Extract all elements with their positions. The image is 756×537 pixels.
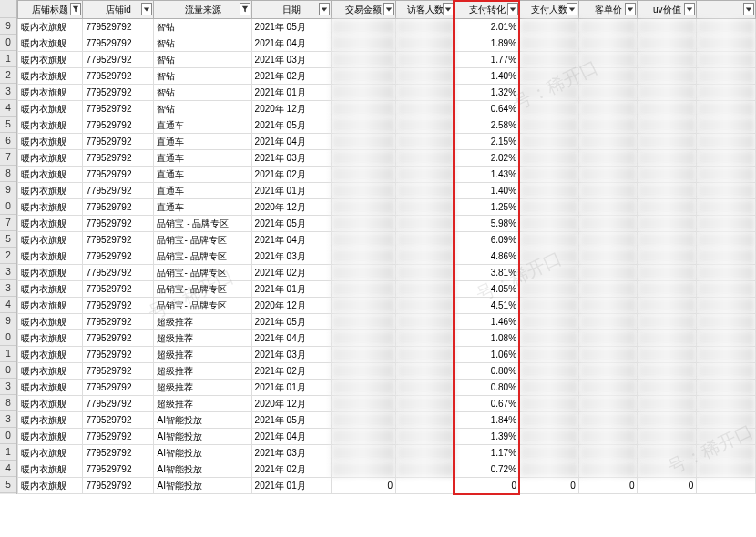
cell-extra[interactable]: ███	[697, 19, 756, 35]
cell-vis[interactable]: ███	[395, 52, 455, 68]
cell-amt[interactable]: ███	[331, 167, 395, 183]
cell-vis[interactable]: ███	[395, 429, 455, 445]
cell-date[interactable]: 2020年 12月	[251, 298, 331, 314]
cell-conv[interactable]: 0.80%	[455, 380, 519, 396]
column-header-date[interactable]: 日期	[251, 1, 331, 19]
cell-vis[interactable]: ███	[395, 35, 455, 52]
cell-date[interactable]: 2021年 02月	[251, 167, 331, 183]
cell-unit[interactable]: ███	[578, 248, 638, 265]
cell-pay[interactable]: ███	[520, 117, 579, 134]
cell-extra[interactable]: ███	[697, 396, 756, 412]
cell-amt[interactable]: ███	[331, 281, 395, 298]
cell-extra[interactable]: ███	[697, 248, 756, 265]
cell-uv[interactable]: ███	[638, 396, 697, 412]
cell-pay[interactable]: ███	[520, 52, 579, 68]
cell-date[interactable]: 2021年 03月	[251, 445, 331, 461]
cell-extra[interactable]: ███	[697, 216, 756, 232]
cell-id[interactable]: 779529792	[83, 19, 154, 35]
cell-id[interactable]: 779529792	[83, 298, 154, 314]
cell-extra[interactable]	[697, 478, 756, 494]
cell-id[interactable]: 779529792	[83, 216, 154, 232]
cell-conv[interactable]: 0.80%	[455, 363, 519, 380]
cell-vis[interactable]: ███	[395, 347, 455, 363]
cell-date[interactable]: 2021年 02月	[251, 363, 331, 380]
cell-extra[interactable]: ███	[697, 199, 756, 216]
cell-conv[interactable]: 1.08%	[455, 330, 519, 347]
cell-pay[interactable]: ███	[520, 101, 579, 117]
cell-src[interactable]: 超级推荐	[154, 314, 251, 330]
cell-uv[interactable]: ███	[638, 380, 697, 396]
cell-amt[interactable]: ███	[331, 412, 395, 429]
row-number[interactable]	[0, 0, 16, 18]
cell-extra[interactable]: ███	[697, 183, 756, 199]
cell-pay[interactable]: ███	[520, 347, 579, 363]
cell-id[interactable]: 779529792	[83, 117, 154, 134]
cell-shop[interactable]: 暖内衣旗舰	[18, 248, 83, 265]
cell-shop[interactable]: 暖内衣旗舰	[18, 35, 83, 52]
cell-shop[interactable]: 暖内衣旗舰	[18, 52, 83, 68]
cell-extra[interactable]: ███	[697, 85, 756, 101]
cell-date[interactable]: 2021年 04月	[251, 232, 331, 248]
cell-pay[interactable]: ███	[520, 281, 579, 298]
cell-conv[interactable]: 1.77%	[455, 52, 519, 68]
cell-uv[interactable]: ███	[638, 232, 697, 248]
cell-date[interactable]: 2021年 04月	[251, 429, 331, 445]
cell-conv[interactable]: 4.86%	[455, 248, 519, 265]
cell-pay[interactable]: ███	[520, 412, 579, 429]
cell-date[interactable]: 2021年 02月	[251, 461, 331, 478]
cell-vis[interactable]: ███	[395, 199, 455, 216]
cell-pay[interactable]: ███	[520, 396, 579, 412]
cell-pay[interactable]: ███	[520, 445, 579, 461]
cell-src[interactable]: 品销宝- 品牌专区	[154, 298, 251, 314]
cell-unit[interactable]: ███	[578, 183, 638, 199]
cell-vis[interactable]: ███	[395, 396, 455, 412]
cell-conv[interactable]: 2.02%	[455, 150, 519, 167]
row-number[interactable]: 7	[0, 149, 16, 166]
cell-conv[interactable]: 1.17%	[455, 445, 519, 461]
cell-id[interactable]: 779529792	[83, 347, 154, 363]
cell-id[interactable]: 779529792	[83, 461, 154, 478]
cell-shop[interactable]: 暖内衣旗舰	[18, 314, 83, 330]
cell-extra[interactable]: ███	[697, 281, 756, 298]
cell-id[interactable]: 779529792	[83, 363, 154, 380]
cell-extra[interactable]: ███	[697, 117, 756, 134]
cell-amt[interactable]: ███	[331, 199, 395, 216]
cell-src[interactable]: 超级推荐	[154, 380, 251, 396]
cell-date[interactable]: 2020年 12月	[251, 199, 331, 216]
cell-unit[interactable]: ███	[578, 68, 638, 85]
column-header-vis[interactable]: 访客人数	[395, 1, 455, 19]
row-number[interactable]: 7	[0, 215, 16, 231]
cell-unit[interactable]: ███	[578, 281, 638, 298]
row-number[interactable]: 5	[0, 231, 16, 248]
cell-pay[interactable]: ███	[520, 199, 579, 216]
cell-shop[interactable]: 暖内衣旗舰	[18, 150, 83, 167]
cell-conv[interactable]: 1.46%	[455, 314, 519, 330]
filter-active-icon[interactable]	[240, 3, 250, 15]
cell-src[interactable]: AI智能投放	[154, 429, 251, 445]
cell-id[interactable]: 779529792	[83, 429, 154, 445]
cell-vis[interactable]: ███	[395, 117, 455, 134]
cell-extra[interactable]: ███	[697, 445, 756, 461]
cell-amt[interactable]: 0	[331, 478, 395, 494]
cell-uv[interactable]: ███	[638, 429, 697, 445]
cell-amt[interactable]: ███	[331, 298, 395, 314]
cell-uv[interactable]: ███	[638, 150, 697, 167]
cell-amt[interactable]: ███	[331, 85, 395, 101]
cell-pay[interactable]: ███	[520, 167, 579, 183]
cell-unit[interactable]: ███	[578, 167, 638, 183]
row-number[interactable]: 9	[0, 18, 16, 35]
cell-date[interactable]: 2021年 05月	[251, 117, 331, 134]
cell-id[interactable]: 779529792	[83, 35, 154, 52]
row-number[interactable]: 0	[0, 428, 16, 444]
cell-date[interactable]: 2021年 01月	[251, 380, 331, 396]
cell-id[interactable]: 779529792	[83, 478, 154, 494]
cell-conv[interactable]: 0.72%	[455, 461, 519, 478]
cell-shop[interactable]: 暖内衣旗舰	[18, 68, 83, 85]
cell-extra[interactable]: ███	[697, 330, 756, 347]
cell-id[interactable]: 779529792	[83, 281, 154, 298]
cell-src[interactable]: 直通车	[154, 117, 251, 134]
cell-amt[interactable]: ███	[331, 429, 395, 445]
cell-shop[interactable]: 暖内衣旗舰	[18, 429, 83, 445]
cell-vis[interactable]: ███	[395, 232, 455, 248]
cell-id[interactable]: 779529792	[83, 380, 154, 396]
